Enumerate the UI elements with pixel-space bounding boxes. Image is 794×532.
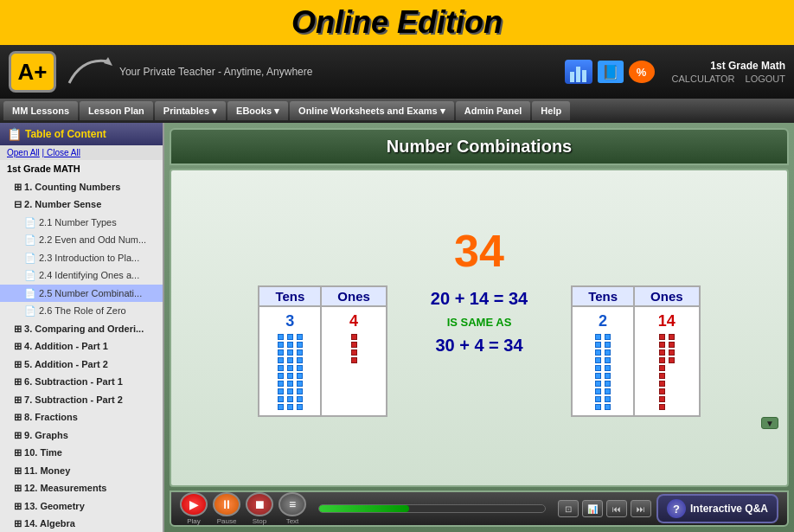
book-icon[interactable]: 📘 — [598, 61, 624, 83]
tree-item-ch7[interactable]: ⊞ 7. Subtraction - Part 2 — [0, 391, 163, 409]
pause-button[interactable]: ⏸ — [213, 492, 240, 516]
left-tens-val: 3 — [270, 312, 310, 330]
bottom-controls: ▶ Play ⏸ Pause ⏹ Stop ≡ Text ⊡ 📊 ⏮ — [170, 490, 789, 527]
nav-ebooks[interactable]: EBooks ▾ — [227, 101, 288, 120]
right-ones-val: 14 — [645, 312, 688, 330]
expand-icon: ⊞ — [14, 430, 24, 440]
expand-icon: ⊞ — [14, 394, 24, 405]
tree-item-ch10[interactable]: ⊞ 10. Time — [0, 444, 163, 462]
sidebar: 📋 Table of Content Open All | Close All … — [0, 123, 164, 532]
text-button[interactable]: ≡ — [279, 492, 306, 516]
tree-item-ch8[interactable]: ⊞ 8. Fractions — [0, 408, 163, 426]
tree-item-2-5[interactable]: 📄2.5 Number Combinati... — [0, 285, 163, 303]
tree-item-ch1[interactable]: ⊞ 1. Counting Numbers — [0, 178, 163, 196]
sidebar-open-close: Open All | Close All — [0, 145, 163, 160]
main-content: 📋 Table of Content Open All | Close All … — [0, 123, 794, 532]
progress-bar-fill — [319, 505, 409, 512]
expand-icon: ⊞ — [14, 447, 24, 458]
arrow-icon — [65, 53, 112, 92]
tens-blocks-right — [583, 334, 623, 410]
tree-item-ch3[interactable]: ⊞ 3. Comparing and Orderi... — [0, 320, 163, 338]
calculator-link[interactable]: CALCULATOR — [672, 74, 735, 84]
equation2: 30 + 4 = 34 — [435, 336, 522, 356]
open-all-link[interactable]: Open All — [7, 148, 40, 157]
qa-label: Interactive Q&A — [690, 503, 768, 515]
tree-item-label: 4. Addition - Part 1 — [24, 341, 108, 351]
tree-item-ch6[interactable]: ⊞ 6. Subtraction - Part 1 — [0, 373, 163, 391]
logo: A+ — [9, 51, 56, 93]
tree-item-ch9[interactable]: ⊞ 9. Graphs — [0, 426, 163, 445]
doc-icon: 📄 — [24, 234, 36, 245]
left-table: Tens Ones 3 — [258, 285, 387, 417]
logout-link[interactable]: LOGOUT — [746, 74, 785, 84]
tree-item-label: 2. Number Sense — [24, 199, 101, 209]
tree-item-label: 7. Subtraction - Part 2 — [24, 394, 123, 405]
tree-item-label: 11. Money — [24, 465, 70, 476]
tree-item-ch5[interactable]: ⊞ 5. Addition - Part 2 — [0, 356, 163, 374]
nav-lesson-plan[interactable]: Lesson Plan — [80, 101, 153, 120]
doc-icon: 📄 — [24, 305, 36, 316]
lesson-title: Number Combinations — [387, 137, 572, 156]
tree-item-label: 14. Algebra — [24, 518, 75, 529]
tree-item-label: 6. Subtraction - Part 1 — [24, 376, 123, 387]
tree-item-label: 9. Graphs — [24, 430, 68, 440]
sidebar-header: 📋 Table of Content — [0, 123, 163, 145]
tree-item-ch2[interactable]: ⊟ 2. Number Sense — [0, 195, 163, 214]
scroll-down-btn[interactable]: ▼ — [761, 417, 778, 429]
qa-button[interactable]: ? Interactive Q&A — [656, 494, 778, 523]
tree-item-2-3[interactable]: 📄2.3 Introduction to Pla... — [0, 249, 163, 267]
small-ctrl-3[interactable]: ⏮ — [606, 500, 627, 517]
nav-bar: MM Lessons Lesson Plan Printables ▾ EBoo… — [0, 99, 794, 123]
tree-item-label: 13. Geometry — [24, 501, 85, 511]
nav-admin[interactable]: Admin Panel — [456, 101, 531, 120]
tree-item-label: 8. Fractions — [24, 412, 78, 422]
doc-icon: 📄 — [24, 288, 36, 298]
tree-item-2-6[interactable]: 📄2.6 The Role of Zero — [0, 302, 163, 320]
tree-item-ch12[interactable]: ⊞ 12. Measurements — [0, 479, 163, 497]
tree-item-ch13[interactable]: ⊞ 13. Geometry — [0, 497, 163, 516]
left-place-table: Tens Ones 3 — [258, 285, 387, 417]
expand-icon: ⊞ — [14, 465, 24, 476]
tree-item-root[interactable]: 1st Grade MATH — [0, 160, 163, 178]
table-icon: 📋 — [7, 127, 22, 141]
tree-item-label: 2.1 Number Types — [39, 217, 117, 228]
qa-icon: ? — [667, 499, 686, 518]
right-place-table: Tens Ones 2 — [571, 285, 700, 417]
header-bar: A+ Your Private Teacher - Anytime, Anywh… — [0, 45, 794, 99]
tree-item-2-1[interactable]: 📄2.1 Number Types — [0, 214, 163, 232]
equation1: 20 + 14 = 34 — [431, 289, 528, 309]
tree-item-2-2[interactable]: 📄2.2 Even and Odd Num... — [0, 231, 163, 249]
close-all-link[interactable]: Close All — [47, 148, 80, 157]
tree-item-ch14[interactable]: ⊞ 14. Algebra — [0, 515, 163, 532]
text-btn-group: ≡ Text — [279, 492, 306, 525]
tree-item-ch4[interactable]: ⊞ 4. Addition - Part 1 — [0, 337, 163, 356]
expand-icon: ⊞ — [14, 501, 24, 511]
tree-item-label: 2.6 The Role of Zero — [39, 305, 126, 316]
tree-item-2-4[interactable]: 📄2.4 Identifying Ones a... — [0, 266, 163, 285]
tree-item-ch11[interactable]: ⊞ 11. Money — [0, 462, 163, 480]
right-tens-header: Tens — [572, 286, 634, 306]
stop-label: Stop — [253, 517, 266, 525]
nav-printables[interactable]: Printables ▾ — [155, 101, 226, 120]
nav-help[interactable]: Help — [532, 101, 570, 120]
stop-button[interactable]: ⏹ — [246, 492, 273, 516]
sidebar-title: Table of Content — [25, 128, 106, 140]
chart-icon[interactable] — [565, 60, 592, 84]
small-ctrl-4[interactable]: ⏭ — [631, 500, 651, 517]
expand-icon: ⊞ — [14, 341, 24, 351]
nav-mm-lessons[interactable]: MM Lessons — [3, 101, 78, 120]
nav-worksheets[interactable]: Online Worksheets and Exams ▾ — [290, 101, 454, 120]
progress-bar[interactable] — [318, 504, 546, 513]
small-ctrl-2[interactable]: 📊 — [582, 500, 603, 517]
tree-item-label: 3. Comparing and Orderi... — [24, 324, 144, 334]
header-icons: 📘 % — [565, 60, 655, 84]
play-button[interactable]: ▶ — [180, 492, 208, 516]
left-ones-val: 4 — [332, 312, 375, 330]
small-ctrl-1[interactable]: ⊡ — [558, 500, 579, 517]
top-banner: Online Edition — [0, 0, 794, 45]
tagline: Your Private Teacher - Anytime, Anywhere — [119, 66, 565, 78]
ones-blocks-left — [332, 334, 375, 363]
right-tens-val: 2 — [583, 312, 623, 330]
percent-icon[interactable]: % — [629, 61, 655, 83]
doc-icon: 📄 — [24, 217, 36, 228]
